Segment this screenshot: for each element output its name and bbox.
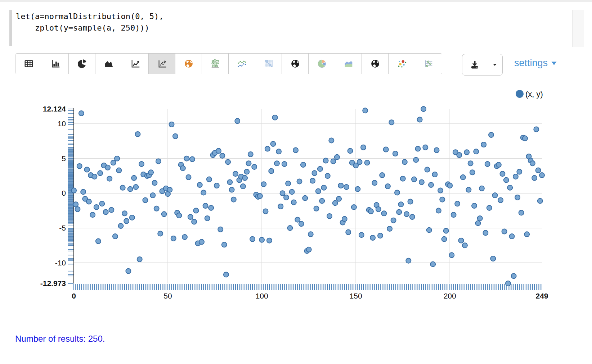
svg-text:0: 0 (72, 292, 76, 300)
area-chart-icon (103, 58, 114, 69)
toolbar-button-multi-line-chart[interactable] (229, 54, 255, 74)
download-icon (469, 59, 480, 70)
pie-chart-icon (77, 58, 88, 69)
bar-chart-icon (50, 58, 61, 69)
svg-text:249: 249 (535, 292, 548, 300)
gridlines (74, 109, 542, 283)
dimensions-icon (423, 58, 434, 69)
globe2-icon (370, 58, 381, 69)
svg-text:50: 50 (163, 292, 172, 300)
query-editor[interactable]: let(a=normalDistribution(0, 5), zplot(y=… (0, 4, 592, 49)
svg-text:12.124: 12.124 (43, 105, 66, 113)
pie-chart-colored-icon (317, 58, 327, 69)
area-chart-colored-icon (343, 58, 354, 69)
table-icon (23, 58, 34, 69)
toolbar-button-pie-chart[interactable] (69, 54, 95, 74)
chevron-down-icon (490, 60, 499, 69)
toolbar-button-globe[interactable] (282, 54, 309, 74)
query-code[interactable]: let(a=normalDistribution(0, 5), zplot(y=… (16, 11, 164, 34)
download-button[interactable] (462, 54, 487, 75)
editor-scrollbar[interactable] (572, 10, 584, 47)
code-line-1: let(a=normalDistribution(0, 5), (16, 12, 164, 21)
globe-icon (290, 58, 301, 69)
toolbar-button-pie-chart-colored[interactable] (309, 54, 335, 74)
legend-dot (516, 90, 524, 98)
toolbar-button-scatter-colored[interactable] (389, 54, 415, 74)
scatter-points (71, 106, 544, 286)
toolbar-button-globe2[interactable] (362, 54, 389, 74)
settings-menu[interactable]: settings (514, 58, 557, 69)
scatter-colored-icon (396, 58, 407, 69)
scatter-chart: 12.1241050-5-10-12.973050100150200249(x,… (0, 83, 592, 313)
toolbar-button-table[interactable] (15, 54, 42, 74)
x-axis-labels: 050100150200249 (72, 292, 548, 300)
svg-text:100: 100 (256, 292, 268, 300)
editor-gutter-bar (9, 10, 12, 46)
chart-type-toolbar (15, 53, 442, 74)
svg-text:0: 0 (62, 189, 66, 197)
chevron-down-icon (551, 61, 557, 66)
page-top-strip (0, 0, 592, 2)
download-button-group (462, 54, 503, 76)
bubble-chart-icon (210, 58, 221, 69)
line-chart-icon (130, 58, 141, 69)
svg-text:200: 200 (444, 292, 456, 300)
settings-label: settings (514, 58, 548, 69)
svg-text:150: 150 (350, 292, 362, 300)
x-axis-rug (74, 284, 542, 290)
code-line-2: zplot(y=sample(a, 250))) (16, 23, 149, 32)
toolbar-button-dimensions[interactable] (415, 54, 442, 74)
y-axis-rug (68, 109, 73, 283)
toolbar-button-geo-map-orange[interactable] (175, 54, 202, 74)
toolbar-button-matrix-chart[interactable] (255, 54, 282, 74)
y-axis-labels: 12.1241050-5-10-12.973 (40, 105, 66, 287)
download-options-button[interactable] (487, 54, 502, 75)
toolbar-button-bar-chart[interactable] (42, 54, 69, 74)
toolbar-button-line-chart[interactable] (122, 54, 149, 74)
svg-text:-12.973: -12.973 (40, 279, 66, 287)
toolbar-button-scatter-plot[interactable] (149, 54, 175, 74)
toolbar-button-bubble-chart[interactable] (202, 54, 229, 74)
geo-map-orange-icon (183, 58, 194, 69)
legend: (x, y) (516, 90, 543, 99)
svg-text:5: 5 (62, 154, 66, 163)
multi-line-chart-icon (237, 58, 247, 69)
toolbar-button-area-chart[interactable] (95, 54, 122, 74)
toolbar-button-area-chart-colored[interactable] (335, 54, 362, 74)
svg-text:-5: -5 (59, 224, 66, 232)
svg-text:-10: -10 (55, 259, 66, 267)
legend-label: (x, y) (525, 90, 543, 99)
matrix-chart-icon (263, 58, 274, 69)
svg-text:10: 10 (58, 119, 66, 128)
result-count-text: Number of results: 250. (15, 334, 105, 344)
scatter-plot-icon (157, 58, 167, 69)
